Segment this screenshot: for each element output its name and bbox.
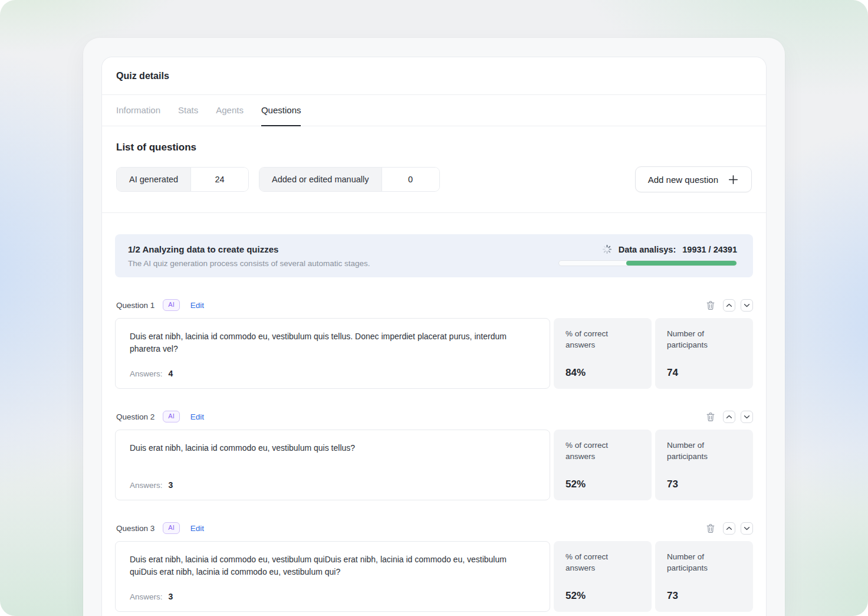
- answers-count: 4: [169, 369, 173, 378]
- page-background: Quiz details Information Stats Agents Qu…: [0, 0, 868, 616]
- answers-label: Answers:: [130, 481, 163, 490]
- progress-status-label: Data analisys:: [619, 245, 676, 254]
- chevron-up-icon: [726, 526, 732, 530]
- answers-row: Answers: 3: [130, 592, 535, 601]
- correct-answers-value: 84%: [565, 367, 640, 379]
- question-header: Question 3 AI Edit: [115, 521, 753, 535]
- trash-icon: [705, 300, 716, 311]
- correct-answers-label: % of correct answers: [565, 552, 640, 574]
- question-card: Duis erat nibh, lacinia id commodo eu, v…: [115, 318, 550, 389]
- page-title: Quiz details: [116, 71, 169, 81]
- question-header: Question 2 AI Edit: [115, 409, 753, 424]
- questions-toolbar: List of questions AI generated 24 Added …: [102, 126, 766, 213]
- filter-label: Added or edited manually: [259, 168, 381, 191]
- progress-status-row: Data analisys: 19931 / 24391: [602, 244, 737, 254]
- answers-row: Answers: 4: [130, 369, 535, 378]
- participants-card: Number of participants 73: [655, 430, 753, 500]
- trash-icon: [705, 411, 716, 422]
- participants-value: 74: [667, 367, 741, 379]
- card-header: Quiz details: [102, 57, 766, 95]
- filter-ai-generated[interactable]: AI generated 24: [116, 167, 249, 192]
- delete-question-button[interactable]: [705, 411, 716, 422]
- move-down-button[interactable]: [741, 522, 753, 535]
- filter-label: AI generated: [117, 168, 190, 191]
- trash-icon: [705, 523, 716, 534]
- question-actions: [705, 411, 753, 423]
- ai-badge: AI: [163, 411, 179, 422]
- add-question-label: Add new question: [648, 175, 718, 185]
- move-up-button[interactable]: [723, 522, 735, 535]
- answers-count: 3: [169, 592, 173, 601]
- question-header: Question 1 AI Edit: [115, 298, 753, 312]
- tab-information[interactable]: Information: [116, 95, 160, 126]
- chevron-up-icon: [726, 415, 732, 419]
- answers-row: Answers: 3: [130, 480, 535, 490]
- progress-banner: 1/2 Analyzing data to create quizzes The…: [115, 234, 753, 277]
- question-actions: [705, 299, 753, 312]
- tab-questions[interactable]: Questions: [261, 95, 301, 126]
- progress-bar-fill: [626, 261, 737, 266]
- question-text: Duis erat nibh, lacinia id commodo eu, v…: [130, 442, 535, 454]
- correct-answers-label: % of correct answers: [565, 329, 640, 351]
- participants-label: Number of participants: [667, 440, 741, 463]
- plus-icon: [728, 174, 739, 185]
- correct-answers-label: % of correct answers: [565, 440, 640, 463]
- ai-badge: AI: [163, 522, 179, 534]
- question-body: Duis erat nibh, lacinia id commodo eu, v…: [115, 318, 753, 389]
- questions-area: 1/2 Analyzing data to create quizzes The…: [102, 213, 766, 616]
- chevron-down-icon: [744, 526, 750, 530]
- progress-subtitle: The AI quiz generation process consists …: [128, 259, 370, 268]
- question-label: Question 3: [116, 524, 154, 533]
- section-heading: List of questions: [116, 142, 752, 153]
- delete-question-button[interactable]: [705, 300, 716, 311]
- participants-label: Number of participants: [667, 329, 741, 351]
- correct-answers-card: % of correct answers 84%: [554, 318, 652, 389]
- spinner-icon: [602, 244, 612, 254]
- edit-link[interactable]: Edit: [190, 412, 204, 421]
- filter-count: 0: [382, 168, 439, 191]
- progress-bar: [558, 260, 737, 266]
- question-card: Duis erat nibh, lacinia id commodo eu, v…: [115, 430, 550, 500]
- participants-value: 73: [667, 479, 741, 490]
- list-controls: AI generated 24 Added or edited manually…: [116, 166, 752, 192]
- progress-banner-text: 1/2 Analyzing data to create quizzes The…: [128, 244, 370, 268]
- question-card: Duis erat nibh, lacinia id commodo eu, v…: [115, 541, 550, 612]
- quiz-details-card: Quiz details Information Stats Agents Qu…: [101, 57, 767, 616]
- question-block: Question 2 AI Edit: [115, 409, 753, 500]
- answers-count: 3: [169, 480, 173, 490]
- add-question-button[interactable]: Add new question: [635, 166, 752, 192]
- progress-status: Data analisys: 19931 / 24391: [558, 244, 737, 266]
- filter-added-manually[interactable]: Added or edited manually 0: [259, 167, 439, 192]
- edit-link[interactable]: Edit: [190, 524, 204, 533]
- move-up-button[interactable]: [723, 299, 735, 312]
- filter-count: 24: [190, 168, 248, 191]
- participants-label: Number of participants: [667, 552, 741, 574]
- question-label: Question 2: [116, 412, 154, 421]
- app-window: Quiz details Information Stats Agents Qu…: [83, 38, 785, 616]
- tab-bar: Information Stats Agents Questions: [102, 95, 766, 126]
- participants-card: Number of participants 73: [655, 541, 753, 612]
- participants-card: Number of participants 74: [655, 318, 753, 389]
- question-text: Duis erat nibh, lacinia id commodo eu, v…: [130, 330, 535, 355]
- correct-answers-card: % of correct answers 52%: [554, 541, 652, 612]
- delete-question-button[interactable]: [705, 523, 716, 534]
- correct-answers-card: % of correct answers 52%: [554, 430, 652, 500]
- move-down-button[interactable]: [741, 299, 753, 312]
- chevron-down-icon: [744, 303, 750, 307]
- question-block: Question 3 AI Edit: [115, 521, 753, 612]
- correct-answers-value: 52%: [565, 590, 640, 602]
- move-down-button[interactable]: [741, 411, 753, 423]
- edit-link[interactable]: Edit: [190, 301, 204, 310]
- progress-status-value: 19931 / 24391: [682, 245, 737, 254]
- ai-badge: AI: [163, 299, 179, 311]
- question-block: Question 1 AI Edit: [115, 298, 753, 389]
- question-label: Question 1: [116, 301, 154, 310]
- tab-stats[interactable]: Stats: [178, 95, 198, 126]
- move-up-button[interactable]: [723, 411, 735, 423]
- chevron-up-icon: [726, 303, 732, 307]
- progress-title: 1/2 Analyzing data to create quizzes: [128, 244, 370, 254]
- tab-agents[interactable]: Agents: [216, 95, 244, 126]
- participants-value: 73: [667, 590, 741, 602]
- answers-label: Answers:: [130, 592, 163, 601]
- correct-answers-value: 52%: [565, 479, 640, 490]
